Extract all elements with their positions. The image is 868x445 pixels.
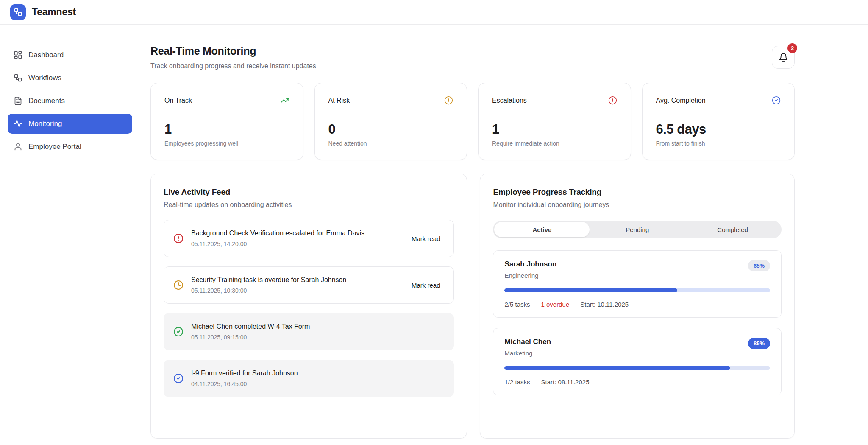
brand-logo	[10, 4, 26, 20]
employee-department: Engineering	[504, 272, 556, 279]
stats-row: On Track 1 Employees progressing well At…	[150, 83, 795, 160]
mark-read-button[interactable]: Mark read	[407, 278, 445, 292]
employee-name: Sarah Johnson	[504, 260, 556, 269]
activity-icon	[14, 119, 22, 128]
stat-label: Escalations	[492, 97, 527, 104]
employee-tasks: 2/5 tasks	[504, 301, 530, 308]
employee-tasks: 1/2 tasks	[504, 378, 530, 386]
feed-list: Background Check Verification escalated …	[164, 220, 454, 397]
feed-item-text: Michael Chen completed W-4 Tax Form	[191, 323, 444, 330]
sidebar-item-documents[interactable]: Documents	[8, 91, 132, 111]
top-bar: Teamnest	[0, 0, 868, 25]
feed-item-timestamp: 05.11.2025, 10:30:00	[191, 287, 400, 294]
progress-bar	[504, 288, 770, 292]
brand-name: Teamnest	[32, 6, 76, 18]
sidebar-item-employee-portal[interactable]: Employee Portal	[8, 137, 132, 157]
feed-item-timestamp: 05.11.2025, 14:20:00	[191, 241, 400, 247]
sidebar: Dashboard Workflows Documents	[0, 25, 140, 445]
check-circle-icon	[173, 373, 184, 383]
progress-title: Employee Progress Tracking	[493, 188, 782, 197]
feed-item: Michael Chen completed W-4 Tax Form 05.1…	[164, 313, 454, 350]
sidebar-item-label: Employee Portal	[28, 143, 81, 151]
document-icon	[14, 96, 22, 105]
page-subtitle: Track onboarding progress and receive in…	[150, 62, 316, 70]
alert-circle-icon	[173, 233, 184, 243]
stat-label: Avg. Completion	[656, 97, 706, 104]
feed-item: Security Training task is overdue for Sa…	[164, 266, 454, 304]
sidebar-item-workflows[interactable]: Workflows	[8, 68, 132, 88]
progress-bar-fill	[504, 288, 677, 292]
alert-circle-icon	[608, 96, 617, 105]
sidebar-item-label: Documents	[28, 97, 65, 105]
feed-item-timestamp: 05.11.2025, 09:15:00	[191, 334, 444, 341]
tab-completed[interactable]: Completed	[685, 222, 780, 237]
user-icon	[14, 142, 22, 151]
stat-value: 1	[492, 122, 617, 137]
percent-badge: 85%	[748, 338, 770, 349]
stat-label: At Risk	[328, 97, 350, 104]
dashboard-icon	[14, 50, 22, 59]
stat-card-at-risk: At Risk 0 Need attention	[314, 83, 467, 160]
stat-value: 0	[328, 122, 453, 137]
progress-tabs: Active Pending Completed	[493, 221, 782, 238]
stat-subtitle: Employees progressing well	[164, 140, 289, 147]
employee-name: Michael Chen	[504, 338, 551, 346]
tab-active[interactable]: Active	[494, 222, 590, 237]
sidebar-item-dashboard[interactable]: Dashboard	[8, 45, 132, 65]
stat-card-escalations: Escalations 1 Require immediate action	[478, 83, 631, 160]
sidebar-item-monitoring[interactable]: Monitoring	[8, 114, 132, 134]
stat-subtitle: From start to finish	[656, 140, 781, 147]
stat-subtitle: Need attention	[328, 140, 453, 147]
feed-item: I-9 Form verified for Sarah Johnson 04.1…	[164, 360, 454, 397]
bell-icon	[779, 53, 788, 62]
progress-subtitle: Monitor individual onboarding journeys	[493, 201, 782, 209]
live-activity-feed-panel: Live Activity Feed Real-time updates on …	[150, 174, 467, 439]
page-title: Real-Time Monitoring	[150, 45, 316, 57]
workflow-icon	[14, 73, 22, 82]
stat-card-avg-completion: Avg. Completion 6.5 days From start to f…	[642, 83, 795, 160]
employee-list: Sarah Johnson Engineering 65% 2/5 tasks …	[493, 250, 782, 395]
feed-item: Background Check Verification escalated …	[164, 220, 454, 257]
stat-value: 6.5 days	[656, 122, 781, 137]
main-content: Real-Time Monitoring Track onboarding pr…	[150, 25, 795, 445]
workflow-logo-icon	[14, 8, 22, 17]
stat-subtitle: Require immediate action	[492, 140, 617, 147]
feed-item-text: Security Training task is overdue for Sa…	[191, 276, 400, 284]
sidebar-item-label: Workflows	[28, 74, 61, 82]
notification-count-badge: 2	[787, 42, 798, 54]
alert-circle-icon	[444, 96, 453, 105]
feed-title: Live Activity Feed	[164, 188, 454, 197]
check-circle-icon	[772, 96, 781, 105]
employee-department: Marketing	[504, 350, 551, 357]
employee-card: Sarah Johnson Engineering 65% 2/5 tasks …	[493, 250, 782, 318]
feed-item-text: I-9 Form verified for Sarah Johnson	[191, 369, 444, 377]
clock-icon	[173, 280, 184, 290]
stat-card-on-track: On Track 1 Employees progressing well	[150, 83, 303, 160]
progress-bar-fill	[504, 366, 730, 370]
progress-bar	[504, 366, 770, 370]
tab-pending[interactable]: Pending	[590, 222, 685, 237]
sidebar-item-label: Monitoring	[28, 120, 62, 128]
employee-card: Michael Chen Marketing 85% 1/2 tasks Sta…	[493, 328, 782, 395]
feed-item-text: Background Check Verification escalated …	[191, 229, 400, 237]
percent-badge: 65%	[748, 260, 770, 271]
feed-item-timestamp: 04.11.2025, 16:45:00	[191, 381, 444, 387]
trending-up-icon	[281, 96, 289, 105]
sidebar-item-label: Dashboard	[28, 51, 64, 59]
notifications-button[interactable]: 2	[772, 46, 795, 69]
stat-value: 1	[164, 122, 289, 137]
employee-progress-panel: Employee Progress Tracking Monitor indiv…	[480, 174, 795, 439]
employee-start-date: Start: 10.11.2025	[580, 301, 629, 308]
feed-subtitle: Real-time updates on onboarding activiti…	[164, 201, 454, 209]
check-circle-icon	[173, 327, 184, 337]
mark-read-button[interactable]: Mark read	[407, 232, 445, 246]
stat-label: On Track	[164, 97, 192, 104]
employee-start-date: Start: 08.11.2025	[541, 378, 590, 386]
employee-overdue: 1 overdue	[541, 301, 570, 308]
